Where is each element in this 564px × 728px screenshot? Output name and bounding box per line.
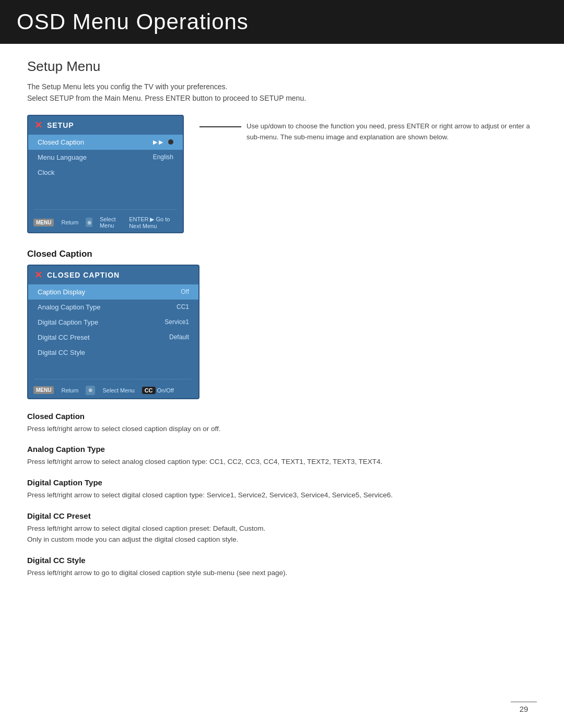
text-section-digital-cc-preset: Digital CC Preset Press left/right arrow… <box>27 511 537 545</box>
setup-tv-menu-x-icon: ✕ <box>34 120 43 131</box>
setup-tv-menu: ✕ SETUP Closed Caption ▶ ▶ Menu Language… <box>27 115 184 233</box>
cc-footer-cc-icon: CC <box>142 387 156 394</box>
cc-tv-menu-header: ✕ CLOSED CAPTION <box>28 266 198 284</box>
text-section-title-2: Digital Caption Type <box>27 478 537 487</box>
setup-annotation-line <box>199 126 241 127</box>
setup-footer-select-label: Select Menu <box>100 216 122 229</box>
cc-tv-menu-footer: MENU Return ⊕ Select Menu CC On/Off <box>28 383 198 398</box>
cc-menu-item-analog-caption[interactable]: Analog Caption Type CC1 <box>28 300 198 315</box>
setup-intro: The Setup Menu lets you config the TV wi… <box>27 81 537 104</box>
text-section-body-3a: Press left/right arrow to select digital… <box>27 523 537 534</box>
setup-annotation-container: Use up/down to choose the function you n… <box>199 115 537 143</box>
closed-caption-section: Closed Caption ✕ CLOSED CAPTION Caption … <box>27 249 537 579</box>
setup-footer-select-icon: ⊕ <box>86 218 92 227</box>
text-section-body-2: Press left/right arrow to select digital… <box>27 490 537 501</box>
setup-tv-menu-body: Closed Caption ▶ ▶ Menu Language English… <box>28 135 183 210</box>
cc-tv-menu-x-icon: ✕ <box>34 269 43 281</box>
text-section-title-0: Closed Caption <box>27 412 537 421</box>
text-section-body-0: Press left/right arrow to select closed … <box>27 423 537 435</box>
text-section-digital-cc-style: Digital CC Style Press left/right arrow … <box>27 556 537 579</box>
cc-menu-item-label-3: Digital CC Preset <box>38 333 90 341</box>
cc-menu-item-label-2: Digital Caption Type <box>38 318 98 326</box>
setup-menu-item-menu-language[interactable]: Menu Language English <box>28 150 183 165</box>
text-section-title-4: Digital CC Style <box>27 556 537 565</box>
setup-area: ✕ SETUP Closed Caption ▶ ▶ Menu Language… <box>27 115 537 233</box>
setup-tv-menu-divider <box>34 209 177 210</box>
cc-menu-item-value-3: Default <box>169 333 189 341</box>
setup-tv-menu-footer: MENU Return ⊕ Select Menu ENTER ▶ Go to … <box>28 213 183 232</box>
cc-footer-select-label: Select Menu <box>102 387 134 393</box>
cc-menu-item-label-4: Digital CC Style <box>38 349 85 356</box>
cc-menu-item-label-1: Analog Caption Type <box>38 303 100 311</box>
cc-tv-menu-body: Caption Display Off Analog Caption Type … <box>28 284 198 379</box>
setup-footer-return-label: Return <box>61 219 78 225</box>
setup-footer-enter-label: ENTER ▶ Go to Next Menu <box>129 216 178 229</box>
cc-footer-return-label: Return <box>61 387 78 393</box>
setup-menu-item-label-1: Menu Language <box>38 153 87 161</box>
cc-menu-item-caption-display[interactable]: Caption Display Off <box>28 284 198 300</box>
setup-tv-menu-header-label: SETUP <box>47 121 74 129</box>
setup-menu-item-label-2: Clock <box>38 169 55 176</box>
cc-menu-item-digital-cc-preset[interactable]: Digital CC Preset Default <box>28 330 198 345</box>
setup-menu-item-clock[interactable]: Clock <box>28 165 183 180</box>
setup-footer-menu-btn: MENU <box>33 219 54 226</box>
setup-annotation-text: Use up/down to choose the function you n… <box>246 121 537 143</box>
text-section-body-4: Press left/right arrow to go to digital … <box>27 567 537 579</box>
setup-tv-menu-header: ✕ SETUP <box>28 116 183 135</box>
text-section-title-1: Analog Caption Type <box>27 445 537 453</box>
cc-footer-select-icon: ⊕ <box>86 386 95 395</box>
cc-menu-item-value-0: Off <box>181 288 189 295</box>
text-section-closed-caption: Closed Caption Press left/right arrow to… <box>27 412 537 435</box>
setup-menu-title: Setup Menu <box>27 58 537 75</box>
closed-caption-title: Closed Caption <box>27 249 537 259</box>
cc-menu-item-value-2: Service1 <box>164 318 189 326</box>
page-header: OSD Menu Operations <box>0 0 564 44</box>
text-section-title-3: Digital CC Preset <box>27 511 537 520</box>
setup-menu-item-dot-0 <box>168 139 173 145</box>
text-section-body-1: Press left/right arrow to select analog … <box>27 456 537 468</box>
cc-menu-item-value-1: CC1 <box>177 303 189 311</box>
text-section-digital-caption: Digital Caption Type Press left/right ar… <box>27 478 537 501</box>
page-title: OSD Menu Operations <box>17 9 547 34</box>
setup-menu-item-label-0: Closed Caption <box>38 138 84 146</box>
cc-menu-item-label-0: Caption Display <box>38 288 85 296</box>
cc-footer-menu-btn: MENU <box>33 386 54 394</box>
text-section-analog-caption: Analog Caption Type Press left/right arr… <box>27 445 537 468</box>
cc-footer-onoff-label: On/Off <box>157 387 174 393</box>
page-number: 29 <box>511 701 537 713</box>
text-section-body-3b: Only in custom mode you can adjust the d… <box>27 534 537 545</box>
cc-tv-menu-header-label: CLOSED CAPTION <box>47 271 120 279</box>
cc-menu-item-digital-cc-style[interactable]: Digital CC Style <box>28 345 198 360</box>
setup-menu-item-closed-caption[interactable]: Closed Caption ▶ ▶ <box>28 135 183 150</box>
setup-menu-item-value-0: ▶ ▶ <box>153 139 163 146</box>
cc-menu-item-digital-caption[interactable]: Digital Caption Type Service1 <box>28 315 198 330</box>
cc-tv-menu: ✕ CLOSED CAPTION Caption Display Off Ana… <box>27 265 199 399</box>
cc-tv-menu-divider <box>34 379 192 379</box>
setup-menu-item-value-1: English <box>153 153 173 161</box>
